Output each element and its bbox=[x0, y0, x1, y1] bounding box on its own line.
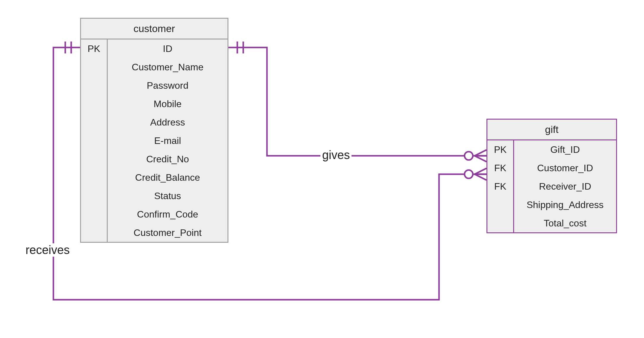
key-cell bbox=[487, 196, 513, 214]
attr-cell: Receiver_ID bbox=[514, 177, 616, 196]
gives-zero-circle bbox=[465, 152, 473, 160]
key-cell: PK bbox=[487, 140, 513, 159]
attr-cell: Credit_Balance bbox=[108, 168, 228, 187]
key-cell: FK bbox=[487, 177, 513, 196]
attr-cell: Gift_ID bbox=[514, 140, 616, 159]
attr-cell: Password bbox=[108, 76, 228, 95]
key-cell bbox=[81, 168, 107, 187]
key-cell bbox=[487, 214, 513, 232]
attr-cell: Shipping_Address bbox=[514, 196, 616, 214]
attr-cell: Total_cost bbox=[514, 214, 616, 232]
gives-crow-3 bbox=[475, 156, 486, 162]
entity-customer-keycol: PK bbox=[81, 39, 108, 242]
key-cell: PK bbox=[81, 39, 107, 58]
gives-crow-1 bbox=[475, 150, 486, 156]
receives-zero-circle bbox=[465, 170, 473, 178]
receives-crow-3 bbox=[475, 174, 486, 180]
entity-gift: gift PK FK FK Gift_ID Customer_ID Receiv… bbox=[486, 119, 617, 233]
attr-cell: Credit_No bbox=[108, 150, 228, 168]
key-cell bbox=[81, 187, 107, 205]
attr-cell: Customer_Name bbox=[108, 58, 228, 76]
key-cell bbox=[81, 76, 107, 95]
key-cell bbox=[81, 113, 107, 131]
entity-customer: customer PK ID Customer_Name Password Mo… bbox=[80, 18, 228, 243]
attr-cell: Customer_Point bbox=[108, 223, 228, 242]
rel-gives-line bbox=[228, 47, 486, 156]
attr-cell: Address bbox=[108, 113, 228, 131]
entity-gift-keycol: PK FK FK bbox=[487, 140, 514, 232]
attr-cell: Customer_ID bbox=[514, 159, 616, 177]
key-cell bbox=[81, 58, 107, 76]
key-cell bbox=[81, 131, 107, 150]
rel-receives-label: receives bbox=[24, 243, 71, 257]
receives-crow-1 bbox=[475, 168, 486, 174]
entity-gift-body: PK FK FK Gift_ID Customer_ID Receiver_ID… bbox=[487, 140, 616, 232]
key-cell bbox=[81, 95, 107, 113]
attr-cell: Status bbox=[108, 187, 228, 205]
entity-gift-attrcol: Gift_ID Customer_ID Receiver_ID Shipping… bbox=[514, 140, 616, 232]
key-cell: FK bbox=[487, 159, 513, 177]
erd-canvas: customer PK ID Customer_Name Password Mo… bbox=[0, 0, 644, 338]
rel-gives-label: gives bbox=[320, 148, 352, 162]
key-cell bbox=[81, 150, 107, 168]
attr-cell: Mobile bbox=[108, 95, 228, 113]
entity-customer-title: customer bbox=[81, 19, 228, 39]
attr-cell: ID bbox=[108, 39, 228, 58]
attr-cell: E-mail bbox=[108, 131, 228, 150]
entity-gift-title: gift bbox=[487, 120, 616, 140]
entity-customer-body: PK ID Customer_Name Password Mobile Addr… bbox=[81, 39, 228, 242]
attr-cell: Confirm_Code bbox=[108, 205, 228, 223]
entity-customer-attrcol: ID Customer_Name Password Mobile Address… bbox=[108, 39, 228, 242]
key-cell bbox=[81, 223, 107, 242]
key-cell bbox=[81, 205, 107, 223]
